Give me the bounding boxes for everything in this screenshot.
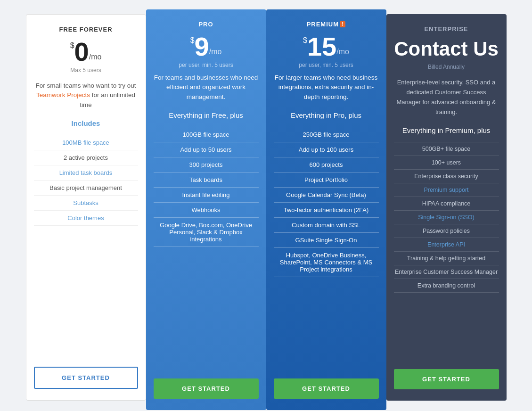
enterprise-feature-3: Enterprise class security — [394, 170, 499, 183]
free-feature-4: Basic project management — [34, 181, 138, 196]
pro-cta-area: GET STARTED — [154, 378, 259, 399]
premium-feature-8: GSuite Single Sign-On — [274, 233, 379, 248]
premium-everything-label: Everything in Pro, plus — [291, 111, 361, 119]
free-includes-label: Includes — [72, 119, 100, 127]
premium-feature-2: Add up to 100 users — [274, 142, 379, 157]
premium-plan-name-text: PREMIUM — [307, 21, 339, 28]
premium-plan-name: PREMIUM! — [307, 21, 346, 28]
pro-feature-5: Instant file editing — [154, 188, 259, 203]
free-feature-3: Limited task boards — [34, 165, 138, 181]
enterprise-description: Enterprise-level security, SSO and a ded… — [394, 78, 499, 117]
enterprise-cta-button[interactable]: GET STARTED — [394, 369, 499, 389]
premium-price-number: 15 — [307, 33, 336, 60]
premium-feature-3: 600 projects — [274, 157, 379, 173]
free-description: For small teams who want to try out Team… — [34, 81, 138, 110]
enterprise-feature-list: 500GB+ file space 100+ users Enterprise … — [394, 142, 499, 293]
plan-premium-card: PREMIUM! $ 15 /mo per user, min. 5 users… — [266, 9, 386, 410]
free-feature-5: Subtasks — [34, 196, 138, 211]
free-cta-button[interactable]: GET STARTED — [34, 367, 138, 389]
enterprise-contact-us: Contact Us — [394, 38, 499, 60]
free-price-suffix: /mo — [89, 53, 102, 61]
premium-billing-note: per user, min. 5 users — [299, 62, 353, 68]
free-feature-2: 2 active projects — [34, 150, 138, 165]
pro-feature-4: Task boards — [154, 173, 259, 188]
free-cta-area: GET STARTED — [34, 367, 138, 389]
premium-feature-9: Hubspot, OneDrive Business, SharePoint, … — [274, 248, 379, 277]
enterprise-feature-4: Premium support — [394, 183, 499, 197]
premium-price-dollar: $ — [303, 36, 307, 45]
free-plan-name: FREE FOREVER — [59, 26, 112, 33]
enterprise-cta-area: GET STARTED — [394, 369, 499, 389]
enterprise-feature-2: 100+ users — [394, 156, 499, 170]
free-feature-list: 100MB file space 2 active projects Limit… — [34, 135, 138, 226]
pro-feature-2: Add up to 50 users — [154, 142, 259, 157]
pro-feature-3: 300 projects — [154, 157, 259, 173]
premium-price-suffix: /mo — [336, 48, 349, 56]
enterprise-feature-6: Single Sign-on (SSO) — [394, 211, 499, 224]
premium-feature-list: 250GB file space Add up to 100 users 600… — [274, 127, 379, 277]
premium-cta-area: GET STARTED — [274, 378, 379, 399]
free-price-dollar: $ — [70, 41, 74, 50]
enterprise-feature-5: HIPAA compliance — [394, 197, 499, 211]
premium-price-area: $ 15 /mo — [303, 33, 349, 60]
pro-feature-7: Google Drive, Box.com, OneDrive Personal… — [154, 218, 259, 247]
enterprise-feature-11: Extra branding control — [394, 279, 499, 293]
pro-plan-name: PRO — [198, 21, 213, 28]
pro-price-dollar: $ — [190, 36, 195, 45]
pro-description: For teams and businesses who need effici… — [154, 73, 259, 102]
free-price-area: $ 0 /mo — [70, 39, 102, 65]
premium-feature-7: Custom domain with SSL — [274, 218, 379, 233]
premium-badge: ! — [340, 21, 345, 27]
premium-description: For larger teams who need business integ… — [274, 73, 379, 102]
pro-cta-button[interactable]: GET STARTED — [154, 378, 259, 399]
plan-free-card: FREE FOREVER $ 0 /mo Max 5 users For sma… — [26, 14, 146, 401]
free-brand-name: Teamwork Projects — [36, 91, 90, 99]
plan-pro-card: PRO $ 9 /mo per user, min. 5 users For t… — [146, 9, 266, 410]
pro-price-area: $ 9 /mo — [190, 33, 222, 60]
premium-feature-6: Two-factor authentication (2FA) — [274, 203, 379, 218]
enterprise-feature-9: Training & help getting started — [394, 252, 499, 265]
free-price-number: 0 — [74, 39, 89, 65]
pricing-container: FREE FOREVER $ 0 /mo Max 5 users For sma… — [9, 9, 523, 410]
free-feature-6: Color themes — [34, 211, 138, 226]
premium-feature-1: 250GB file space — [274, 127, 379, 142]
pro-feature-6: Webhooks — [154, 203, 259, 218]
premium-feature-4: Project Portfolio — [274, 173, 379, 188]
pro-feature-list: 100GB file space Add up to 50 users 300 … — [154, 127, 259, 247]
pro-price-suffix: /mo — [209, 48, 222, 56]
enterprise-feature-10: Enterprise Customer Success Manager — [394, 265, 499, 279]
pro-billing-note: per user, min. 5 users — [179, 62, 233, 68]
enterprise-everything-label: Everything in Premium, plus — [402, 126, 491, 134]
pro-everything-label: Everything in Free, plus — [169, 111, 243, 119]
pro-feature-1: 100GB file space — [154, 127, 259, 142]
enterprise-feature-1: 500GB+ file space — [394, 142, 499, 156]
enterprise-feature-8: Enterprise API — [394, 238, 499, 252]
premium-cta-button[interactable]: GET STARTED — [274, 378, 379, 399]
enterprise-billing-note: Billed Annually — [428, 64, 465, 70]
free-max-users: Max 5 users — [70, 67, 101, 74]
enterprise-plan-name: ENTERPRISE — [424, 25, 468, 33]
pro-price-number: 9 — [195, 33, 209, 60]
free-feature-1: 100MB file space — [34, 135, 138, 150]
enterprise-feature-7: Password policies — [394, 224, 499, 238]
plan-enterprise-card: ENTERPRISE Contact Us Billed Annually En… — [386, 14, 507, 401]
premium-feature-5: Google Calendar Sync (Beta) — [274, 188, 379, 203]
